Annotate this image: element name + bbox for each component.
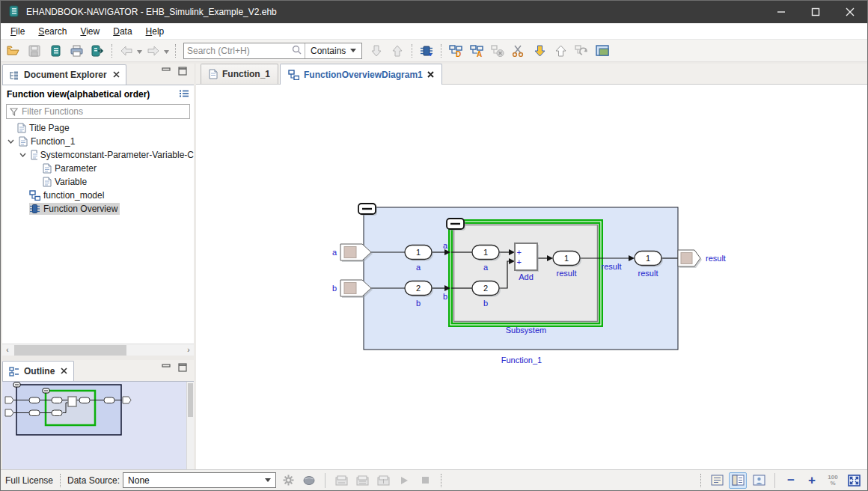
outline-thumbnail [2,382,186,468]
outport-result-block[interactable] [678,250,702,268]
print-button[interactable] [67,42,86,60]
data-source-globe-icon[interactable] [300,472,318,489]
measure-view-button[interactable] [332,472,350,489]
export-handbook-button[interactable] [88,42,107,60]
label-boundary-b: b [443,292,447,301]
tree-item-function-model[interactable]: function_model [2,189,194,202]
close-icon[interactable] [113,70,120,80]
toolbar-separator [111,44,112,58]
add-block[interactable]: + + [515,243,539,272]
tree-horizontal-scrollbar[interactable]: ‹ › [2,344,194,356]
scroll-right-icon[interactable]: › [183,344,194,356]
collapse-subsystem-button[interactable] [447,219,465,231]
close-icon[interactable] [61,366,67,376]
zoom-100-button[interactable]: 100% [824,472,842,489]
view-menu-icon[interactable] [179,89,189,100]
outline-vertical-scrollbar[interactable] [186,382,194,469]
menu-search[interactable]: Search [31,25,73,38]
collapse-chevron-icon[interactable] [5,139,16,144]
tab-label: Outline [24,366,55,376]
tree-item-parameter[interactable]: Parameter [2,162,194,175]
tab-function-1[interactable]: Function_1 [201,64,278,84]
tree-item-title-page[interactable]: Title Page [2,121,194,135]
filter-functions-input[interactable] [22,106,186,117]
menu-file[interactable]: File [4,25,31,38]
presenter-view-button[interactable] [750,472,768,489]
scroll-left-icon[interactable]: ‹ [2,344,13,356]
maximize-button[interactable] [798,1,833,23]
main-toolbar: Contains D A [1,40,867,62]
scrollbar-thumb[interactable] [188,383,193,417]
minimize-view-icon[interactable] [161,67,171,78]
minimize-view-icon[interactable] [161,363,171,374]
search-input[interactable] [184,44,289,58]
tab-document-explorer[interactable]: Document Explorer [2,64,126,85]
data-source-dropdown[interactable]: None [123,472,276,488]
label-port-b-inner: b [483,299,488,308]
status-separator [441,474,441,487]
split-view-button[interactable] [729,472,747,489]
maximize-view-icon[interactable] [177,363,188,374]
step-out-button[interactable] [551,42,570,60]
cut-diagram-button[interactable] [509,42,528,60]
function-view-title: Function view(alphabetical order) [7,89,150,100]
diagram-disabled-button[interactable] [488,42,507,60]
model-diagram-icon [29,190,40,201]
collapse-chevron-icon[interactable] [17,153,28,157]
zoom-level-percent: % [830,481,835,487]
close-button[interactable] [833,1,867,23]
step-into-button[interactable] [530,42,549,60]
scrollbar-thumb[interactable] [14,345,126,356]
tree-item-systemconstant[interactable]: Systemconstant-Parameter-Variable-C [2,148,194,162]
zoom-out-button[interactable]: − [782,472,800,489]
save-button[interactable] [25,42,44,60]
search-mode-dropdown[interactable]: Contains [305,46,361,56]
forward-button[interactable] [144,42,163,60]
document-icon [209,69,218,79]
tree-item-variable[interactable]: Variable [2,175,194,189]
stop-button[interactable] [416,472,434,489]
open-handbook-button[interactable] [46,42,65,60]
open-in-window-button[interactable] [593,42,612,60]
status-separator [60,474,61,487]
back-history-caret[interactable] [137,46,142,56]
reset-diagram-button[interactable] [572,42,591,60]
tab-outline[interactable]: Outline [2,361,74,381]
document-explorer-panel: Function view(alphabetical order) Title … [2,85,194,356]
maximize-view-icon[interactable] [177,67,188,78]
tree-item-function-1[interactable]: Function_1 [2,135,194,148]
back-button[interactable] [117,42,136,60]
left-panel-column: Document Explorer Function view(alphabet… [2,64,194,469]
start-button[interactable] [395,472,413,489]
show-diagram-a-button[interactable]: A [467,42,486,60]
title-bar: EHANDBOOK-NAVIGATOR - EHB_Simulink_Examp… [1,1,867,23]
label-output-result: result [706,254,726,263]
search-mode-value: Contains [311,46,346,56]
close-icon[interactable] [427,70,434,80]
calibrate-view-button[interactable] [353,472,371,489]
diagram-canvas[interactable]: + + 1 2 1 2 1 1 a b a b a b [196,85,867,469]
menu-view[interactable]: View [73,25,106,38]
find-previous-button[interactable] [388,42,407,60]
experiment-view-button[interactable] [374,472,392,489]
menu-help[interactable]: Help [139,25,171,38]
document-icon [31,150,37,160]
expand-model-button[interactable] [417,42,436,60]
open-file-button[interactable] [4,42,23,60]
label-add: Add [519,272,534,281]
collapse-function-button[interactable] [358,204,377,216]
outline-minimap[interactable] [2,381,194,469]
find-next-button[interactable] [367,42,386,60]
minimize-button[interactable] [764,1,798,23]
show-diagram-d-button[interactable]: D [446,42,465,60]
fit-to-window-button[interactable] [845,472,863,489]
tab-function-overview-diagram[interactable]: FunctionOverviewDiagram1 [280,64,442,85]
single-page-view-button[interactable] [708,472,726,489]
port-number: 2 [416,284,421,293]
data-source-settings-button[interactable] [279,472,297,489]
tree-item-function-overview[interactable]: Function Overview [2,202,194,216]
zoom-in-button[interactable]: + [803,472,821,489]
menu-data[interactable]: Data [106,25,138,38]
tree-item-label: Parameter [55,163,97,174]
forward-history-caret[interactable] [164,46,169,56]
